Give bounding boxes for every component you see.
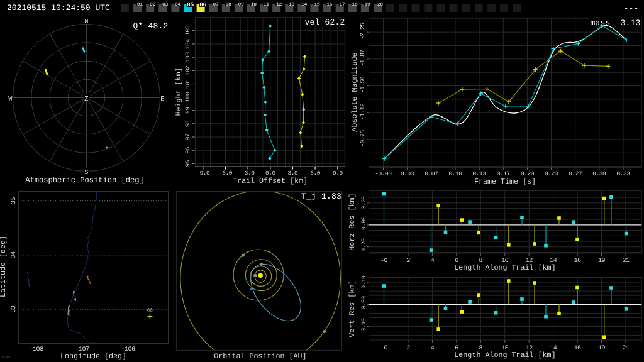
- svg-text:06: 06: [199, 1, 206, 8]
- svg-text:-3.0: -3.0: [242, 170, 255, 177]
- svg-text:04: 04: [175, 2, 181, 8]
- svg-text:Length Along Trail [km]: Length Along Trail [km]: [454, 351, 555, 359]
- svg-text:0.30: 0.30: [592, 170, 606, 177]
- svg-text:34: 34: [11, 251, 18, 259]
- svg-text:2: 2: [406, 258, 410, 265]
- svg-text:0.0: 0.0: [265, 170, 276, 177]
- svg-text:0.27: 0.27: [569, 170, 582, 177]
- svg-text:99: 99: [184, 107, 191, 114]
- svg-text:35: 35: [11, 197, 18, 205]
- svg-text:W: W: [8, 96, 13, 103]
- svg-text:-0.75: -0.75: [359, 130, 366, 147]
- svg-text:-9.0: -9.0: [196, 170, 210, 177]
- svg-text:PyGMT: PyGMT: [2, 356, 11, 359]
- svg-text:16: 16: [574, 258, 581, 265]
- svg-text:0.20: 0.20: [360, 196, 367, 210]
- svg-text:0.33: 0.33: [616, 170, 630, 177]
- svg-text:E: E: [160, 96, 164, 103]
- svg-text:Height [km]: Height [km]: [174, 67, 183, 116]
- svg-text:101: 101: [184, 79, 191, 89]
- svg-text:-0.20: -0.20: [360, 238, 367, 255]
- svg-text:18: 18: [352, 2, 358, 8]
- svg-text:Z: Z: [84, 96, 88, 103]
- svg-text:03: 03: [162, 2, 169, 8]
- svg-text:96: 96: [184, 146, 191, 153]
- svg-text:15: 15: [314, 2, 320, 8]
- svg-text:T_j 1.83: T_j 1.83: [301, 192, 341, 201]
- svg-text:105: 105: [184, 25, 191, 36]
- svg-text:05: 05: [187, 1, 194, 8]
- svg-text:02: 02: [150, 2, 156, 8]
- svg-text:102: 102: [184, 65, 191, 76]
- svg-text:-1.87: -1.87: [359, 50, 366, 66]
- svg-text:-0.00: -0.00: [360, 295, 367, 312]
- svg-text:21: 21: [623, 345, 630, 352]
- svg-text:20210515 10:24:50 UTC: 20210515 10:24:50 UTC: [7, 3, 110, 13]
- svg-text:21: 21: [623, 258, 630, 265]
- svg-text:08: 08: [225, 2, 231, 8]
- svg-text:20: 20: [377, 2, 384, 8]
- svg-text:4: 4: [431, 258, 435, 265]
- svg-text:-0.10: -0.10: [360, 318, 367, 335]
- svg-text:0.20: 0.20: [521, 170, 535, 177]
- svg-text:Atmospheric Position [deg]: Atmospheric Position [deg]: [25, 176, 144, 185]
- svg-text:-0.00: -0.00: [360, 216, 367, 233]
- svg-text:Orbital Position [AU]: Orbital Position [AU]: [214, 352, 306, 361]
- svg-text:-6.0: -6.0: [219, 170, 233, 177]
- svg-text:13: 13: [289, 2, 295, 8]
- svg-text:Q* 48.2: Q* 48.2: [133, 21, 168, 31]
- svg-text:6.0: 6.0: [310, 170, 321, 177]
- svg-text:0.23: 0.23: [545, 170, 558, 177]
- svg-text:07: 07: [213, 2, 219, 8]
- svg-text:N: N: [84, 18, 88, 26]
- svg-text:0.03: 0.03: [401, 170, 414, 177]
- svg-text:14: 14: [301, 2, 308, 8]
- svg-text:0.10: 0.10: [448, 170, 462, 177]
- svg-text:0.17: 0.17: [497, 170, 510, 177]
- svg-text:10: 10: [251, 2, 257, 8]
- svg-text:19: 19: [598, 345, 605, 352]
- svg-text:100: 100: [184, 92, 191, 102]
- svg-text:Absolute Magnitude: Absolute Magnitude: [350, 52, 359, 131]
- svg-text:vel 62.2: vel 62.2: [304, 18, 345, 27]
- svg-text:-1.50: -1.50: [359, 76, 366, 93]
- svg-text:Trail Offset [km]: Trail Offset [km]: [233, 177, 308, 185]
- svg-text:33: 33: [11, 305, 18, 313]
- svg-text:Longitude [deg]: Longitude [deg]: [60, 352, 126, 361]
- svg-text:-0: -0: [380, 345, 387, 352]
- svg-text:2: 2: [406, 345, 410, 352]
- svg-text:11: 11: [264, 2, 270, 8]
- svg-text:97: 97: [184, 134, 191, 141]
- svg-text:09: 09: [238, 2, 245, 8]
- svg-text:Length Along Trail [km]: Length Along Trail [km]: [454, 263, 555, 272]
- svg-text:Latitude [deg]: Latitude [deg]: [0, 236, 8, 297]
- svg-text:Horz Res [km]: Horz Res [km]: [348, 194, 357, 251]
- svg-text:19: 19: [598, 258, 605, 265]
- svg-text:3.0: 3.0: [288, 170, 299, 177]
- svg-text:104: 104: [184, 38, 191, 49]
- svg-text:19: 19: [365, 2, 371, 8]
- svg-text:06: 06: [147, 307, 153, 314]
- svg-text:-2.25: -2.25: [359, 23, 366, 40]
- svg-text:95: 95: [184, 160, 191, 167]
- svg-text:Vert Res [km]: Vert Res [km]: [348, 280, 357, 337]
- svg-text:Frame Time [s]: Frame Time [s]: [474, 177, 536, 186]
- svg-text:16: 16: [326, 2, 333, 8]
- svg-text:12: 12: [276, 2, 282, 8]
- svg-text:9.0: 9.0: [333, 170, 343, 177]
- svg-text:01: 01: [137, 2, 143, 8]
- svg-text:16: 16: [574, 345, 581, 352]
- svg-text:-1.12: -1.12: [359, 103, 366, 120]
- svg-text:mass -3.13: mass -3.13: [590, 18, 640, 28]
- svg-text:-0.00: -0.00: [375, 170, 392, 177]
- svg-text:0.10: 0.10: [360, 275, 367, 289]
- svg-text:103: 103: [184, 52, 191, 62]
- svg-text:0.07: 0.07: [425, 170, 438, 177]
- svg-text:17: 17: [339, 2, 345, 8]
- svg-text:-0: -0: [380, 258, 387, 265]
- svg-text:0.13: 0.13: [473, 170, 487, 177]
- svg-text:98: 98: [184, 120, 191, 127]
- svg-text:-108: -108: [29, 346, 43, 353]
- svg-text:4: 4: [431, 345, 435, 352]
